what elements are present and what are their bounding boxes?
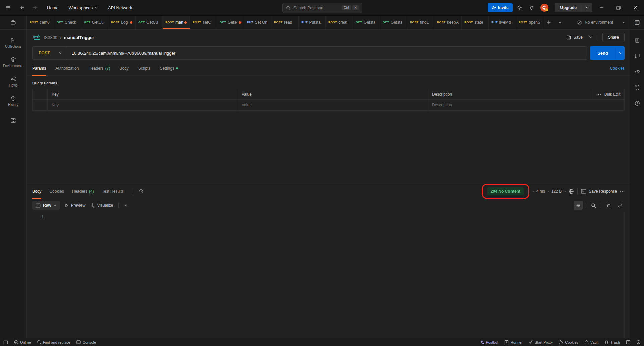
open-request-tab[interactable]: POSTcam0 (27, 16, 54, 29)
send-button[interactable]: Send (590, 46, 625, 60)
response-tab-body[interactable]: Body (32, 184, 41, 199)
window-minimize-button[interactable] (594, 1, 609, 14)
send-options-chevron-icon[interactable] (615, 46, 625, 60)
statusbar-online[interactable]: Online (14, 340, 31, 344)
response-body-editor[interactable]: 1 (27, 212, 630, 338)
open-request-tab[interactable]: PUTPutsta (299, 16, 326, 29)
new-tab-button[interactable] (543, 16, 554, 29)
back-arrow-icon[interactable] (17, 3, 27, 13)
info-icon[interactable] (632, 98, 642, 108)
invite-button[interactable]: Invite (488, 3, 513, 12)
activity-icon[interactable] (632, 82, 642, 93)
comments-icon[interactable] (632, 51, 642, 61)
statusbar-start-proxy[interactable]: Start Proxy (529, 340, 553, 344)
api-network-menu[interactable]: API Network (105, 3, 136, 12)
sidebar-item-environments[interactable]: Environments (1, 53, 25, 71)
open-request-tab[interactable]: POSTstate (462, 16, 489, 29)
notifications-bell-icon[interactable] (527, 3, 537, 13)
copy-icon[interactable] (604, 201, 613, 210)
save-button[interactable]: Save (564, 33, 585, 42)
statusbar-help[interactable] (636, 340, 641, 344)
cookies-link[interactable]: Cookies (610, 66, 625, 71)
upgrade-chevron-icon[interactable] (582, 3, 592, 12)
share-button[interactable]: Share (602, 33, 625, 42)
open-request-tab[interactable]: POSTsetC (190, 16, 217, 29)
statusbar-sidebar-toggle[interactable] (3, 340, 8, 345)
statusbar-cookies[interactable]: Cookies (559, 340, 578, 344)
editor-scrollbar[interactable] (624, 212, 625, 338)
network-globe-icon[interactable] (568, 189, 574, 194)
open-request-tab[interactable]: POSTcreat (326, 16, 353, 29)
open-request-tab[interactable]: POSTkeepA (434, 16, 462, 29)
response-tab-headers[interactable]: Headers(4) (72, 184, 94, 199)
open-request-tab[interactable]: GETGetsta (380, 16, 407, 29)
search-input[interactable]: Search Postman Ctrl K (282, 3, 362, 13)
value-input[interactable] (241, 103, 424, 107)
preview-button[interactable]: Preview (65, 203, 86, 208)
statusbar-split-panel[interactable] (626, 340, 630, 344)
upgrade-button[interactable]: Upgrade (555, 3, 592, 12)
status-badge[interactable]: 204 No Content (487, 187, 524, 195)
response-tab-test-results[interactable]: Test Results (102, 184, 124, 199)
home-link[interactable]: Home (44, 3, 62, 12)
open-request-tab[interactable]: POSTread (271, 16, 299, 29)
tab-params[interactable]: Params (32, 61, 46, 75)
url-input[interactable]: POST 10.86.240.25/cam0/hmi/hs/~70b86039/… (32, 46, 587, 60)
request-url[interactable]: 10.86.240.25/cam0/hmi/hs/~70b86039/manua… (67, 51, 180, 56)
method-selector[interactable]: POST (33, 51, 67, 55)
view-options-chevron-icon[interactable] (124, 204, 127, 207)
open-request-tab[interactable]: GETGetso (217, 16, 244, 29)
wrap-text-icon[interactable] (574, 201, 583, 210)
breadcrumb-collection[interactable]: IS3800 (44, 35, 57, 40)
sidebar-item-flows[interactable]: Flows (1, 72, 25, 91)
search-response-icon[interactable] (589, 201, 598, 210)
description-input[interactable] (432, 103, 620, 107)
workspaces-menu[interactable]: Workspaces (65, 3, 101, 12)
documentation-icon[interactable] (632, 35, 642, 45)
statusbar-find-and-replace[interactable]: Find and replace (37, 340, 70, 344)
forward-arrow-icon[interactable] (30, 3, 40, 13)
tab-body[interactable]: Body (119, 61, 128, 75)
more-options-icon[interactable] (596, 94, 601, 95)
open-request-tab[interactable]: POSTopenS (516, 16, 543, 29)
statusbar-runner[interactable]: Runner (504, 340, 523, 344)
bulk-edit-button[interactable]: Bulk Edit (604, 92, 620, 97)
response-more-options-icon[interactable] (620, 191, 625, 192)
environment-selector[interactable]: No environment (572, 16, 630, 29)
save-options-chevron-icon[interactable] (587, 33, 594, 42)
sidebar-item-blocks[interactable] (1, 111, 25, 129)
open-request-tab[interactable]: GETGetCu (81, 16, 108, 29)
statusbar-postbot[interactable]: Postbot (480, 340, 498, 344)
open-request-tab[interactable]: POSTmanu (163, 16, 190, 29)
visualize-button[interactable]: Visualize (90, 203, 113, 208)
window-close-button[interactable] (628, 1, 643, 14)
open-request-tab[interactable]: GETGetCu (136, 16, 163, 29)
statusbar-console[interactable]: Console (76, 340, 96, 344)
response-tab-cookies[interactable]: Cookies (49, 184, 64, 199)
tab-headers[interactable]: Headers(7) (88, 61, 110, 75)
response-history-icon[interactable] (138, 189, 144, 194)
tab-scripts[interactable]: Scripts (138, 61, 151, 75)
statusbar-trash[interactable]: Trash (604, 340, 620, 344)
tab-options-chevron-icon[interactable] (554, 16, 566, 29)
open-request-tab[interactable]: PUTliveMo (489, 16, 516, 29)
link-icon[interactable] (615, 201, 625, 210)
workspace-icon[interactable] (0, 16, 26, 30)
open-request-tab[interactable]: PUTSet On (244, 16, 271, 29)
environment-quick-look-icon[interactable]: x (630, 16, 644, 30)
open-request-tab[interactable]: GETCheck (54, 16, 81, 29)
request-title[interactable]: manualTrigger (64, 35, 94, 40)
hamburger-menu-icon[interactable] (3, 3, 13, 13)
settings-gear-icon[interactable] (515, 3, 525, 13)
sidebar-item-collections[interactable]: Collections (1, 34, 25, 52)
view-mode-dropdown[interactable]: Raw (32, 201, 60, 210)
open-request-tab[interactable]: POSTfindD (407, 16, 434, 29)
sidebar-item-history[interactable]: History (1, 92, 25, 110)
statusbar-vault[interactable]: Vault (584, 340, 598, 344)
open-request-tab[interactable]: POSTLog (108, 16, 136, 29)
code-icon[interactable] (632, 67, 642, 77)
tab-authorization[interactable]: Authorization (55, 61, 79, 75)
user-avatar[interactable] (540, 3, 549, 12)
save-response-button[interactable]: Save Response (581, 189, 617, 194)
window-restore-button[interactable] (611, 1, 626, 14)
